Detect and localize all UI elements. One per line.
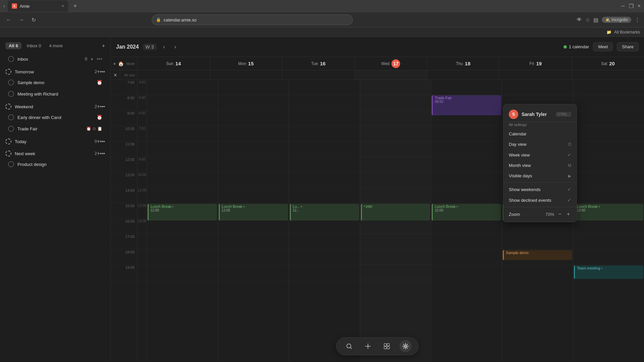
browser-back-btn[interactable]: ‹ xyxy=(3,3,5,9)
cal-day-sat20[interactable]: Sat 20 xyxy=(572,57,644,70)
lunch-break-sat[interactable]: Lunch Break • 12:00 xyxy=(574,204,643,221)
cal-month-year: Jan 2024 xyxy=(116,44,139,50)
cal-day-wed17[interactable]: Wed 17 xyxy=(355,57,427,70)
forward-btn[interactable]: → xyxy=(17,15,26,24)
lunch-break-mon[interactable]: Lunch Break • 12:00 xyxy=(219,204,288,221)
cal-day-sun14[interactable]: Sun 14 xyxy=(138,57,210,70)
cal-prev-btn[interactable]: ‹ xyxy=(161,43,168,51)
lunch-thu-dot: • xyxy=(457,205,458,208)
context-menu-show-declined[interactable]: Show declined events ✓ xyxy=(503,195,577,205)
more-tab-btn[interactable]: 4 more xyxy=(47,42,65,49)
next-week-count: 2 xyxy=(95,151,97,156)
lunch-break-sun[interactable]: Lunch Break • 12:00 xyxy=(148,204,217,221)
weekend-add-btn[interactable]: + xyxy=(97,104,100,110)
minimize-btn[interactable]: ─ xyxy=(621,3,625,9)
next-week-more-btn[interactable]: ••• xyxy=(100,151,105,156)
back-btn[interactable]: ← xyxy=(4,15,13,24)
lunch-break-sat-time: 12:00 xyxy=(577,208,641,212)
early-dinner-badge: ⏰ xyxy=(97,115,102,120)
time-1700: 17:00 xyxy=(125,235,135,239)
inbox-tab-btn[interactable]: Inbox 0 xyxy=(24,42,44,49)
all-count: 6 xyxy=(16,43,18,48)
context-menu-username: Sarah Tyler xyxy=(522,112,547,117)
wtime-1600 xyxy=(138,265,147,280)
team-meeting-sat[interactable]: Team meeting • xyxy=(574,265,643,279)
wtime-1300: 13:00 xyxy=(138,219,147,234)
plus-header-icon[interactable]: + xyxy=(113,61,116,66)
today-more-btn[interactable]: ••• xyxy=(100,139,105,144)
lunch-break-tue[interactable]: Lu... • 12... xyxy=(290,204,359,221)
time-slot-1300: 13:00 xyxy=(111,172,137,188)
settings-toolbar-btn[interactable] xyxy=(399,340,412,352)
context-menu-show-weekends[interactable]: Show weekends ✓ xyxy=(503,184,577,195)
bookmarks-folder-icon: 📁 xyxy=(606,30,611,35)
cal-day-thu18[interactable]: Thu 18 xyxy=(427,57,499,70)
team-dot: • xyxy=(601,266,602,270)
meet-btn[interactable]: Meet xyxy=(593,42,613,51)
sidebar-add-btn[interactable]: + xyxy=(102,43,105,49)
context-menu-zoom-row: Zoom 70% − + xyxy=(503,208,577,220)
inbox-add-btn[interactable]: + xyxy=(91,56,93,62)
new-tab-btn[interactable]: + xyxy=(73,3,77,10)
view-toolbar-btn[interactable] xyxy=(381,340,393,352)
context-menu-month-view[interactable]: Month view M xyxy=(503,160,577,171)
lunch-break-thu[interactable]: Lunch Break • 12:00 xyxy=(432,204,501,221)
mon-label: Mon xyxy=(238,61,246,66)
sidebar-icon[interactable]: ▤ xyxy=(593,17,598,23)
search-toolbar-btn[interactable] xyxy=(343,340,355,352)
product-design-label: Product design xyxy=(17,162,102,167)
sidebar-item-inbox[interactable]: Inbox 0 + ••• xyxy=(3,54,108,64)
bookmarks-label: All Bookmarks xyxy=(614,30,640,35)
add-toolbar-btn[interactable] xyxy=(362,340,374,352)
cal-day-fri19[interactable]: Fri 19 xyxy=(499,57,572,70)
context-menu-user-row[interactable]: S Sarah Tyler CTRL , xyxy=(503,106,577,122)
sidebar-item-product-design[interactable]: Product design xyxy=(3,159,108,170)
allday-sat xyxy=(572,70,644,79)
zoom-increase-btn[interactable]: + xyxy=(566,211,571,217)
sidebar-item-meeting-richard[interactable]: Meeting with Richard xyxy=(3,88,108,99)
cal-day-mon15[interactable]: Mon 15 xyxy=(210,57,282,70)
show-declined-check-icon: ✓ xyxy=(567,197,571,203)
sidebar-item-trade-fair[interactable]: Trade Fair ⏰ ⊙ 📋 xyxy=(3,123,108,134)
bookmark-icon[interactable]: ☆ xyxy=(585,17,590,23)
sidebar: All 6 Inbox 0 4 more + Inbox 0 + ••• Tom… xyxy=(0,37,111,362)
sidebar-item-sample-demo[interactable]: Sample demo ⏰ xyxy=(3,77,108,88)
context-menu-week-view[interactable]: Week view ✓ xyxy=(503,149,577,160)
maximize-btn[interactable]: ❐ xyxy=(629,3,634,9)
allday-close-btn[interactable]: ✕ xyxy=(111,70,120,79)
wed-event[interactable]: • papi xyxy=(361,204,430,221)
menu-btn[interactable]: ⋮ xyxy=(635,17,640,23)
context-menu-visible-days[interactable]: Visible days ▶ xyxy=(503,171,577,181)
context-menu-day-view[interactable]: Day view D xyxy=(503,139,577,149)
next-week-add-btn[interactable]: + xyxy=(97,150,100,157)
tomorrow-label: Tomorrow xyxy=(15,69,95,74)
sample-demo-fri[interactable]: Sample demo xyxy=(503,250,572,260)
allday-sun xyxy=(138,70,210,79)
browser-tab[interactable]: A Amie × xyxy=(8,0,68,12)
all-tab-btn[interactable]: All 6 xyxy=(5,42,21,49)
tab-close-btn[interactable]: × xyxy=(62,4,64,8)
eye-slash-icon[interactable]: 👁 xyxy=(577,17,582,23)
wed-today-badge: 17 xyxy=(391,59,400,68)
inbox-more-btn[interactable]: ••• xyxy=(97,56,102,62)
week-view-check-icon: ✓ xyxy=(567,152,571,158)
cal-day-tue16[interactable]: Tue 16 xyxy=(282,57,355,70)
tomorrow-add-btn[interactable]: + xyxy=(97,69,100,75)
tomorrow-more-btn[interactable]: ••• xyxy=(100,69,105,74)
zoom-decrease-btn[interactable]: − xyxy=(557,211,562,217)
user-avatar: S xyxy=(509,110,518,119)
weekend-count: 2 xyxy=(95,104,97,109)
cal-next-btn[interactable]: › xyxy=(172,43,179,51)
weekend-more-btn[interactable]: ••• xyxy=(100,104,105,109)
today-add-btn[interactable]: + xyxy=(97,138,100,144)
time-1400: 14:00 xyxy=(125,188,135,192)
reload-btn[interactable]: ↻ xyxy=(30,15,38,24)
close-btn[interactable]: × xyxy=(638,3,641,9)
address-bar[interactable]: 🔒 calendar.amie.so xyxy=(152,14,353,25)
sidebar-item-early-dinner[interactable]: Early dinner with Carol ⏰ xyxy=(3,112,108,123)
svg-line-1 xyxy=(351,348,352,349)
cal-home-area: + 🏠 Work xyxy=(111,57,138,70)
lunch-break-thu-time: 12:00 xyxy=(435,208,499,212)
share-btn[interactable]: Share xyxy=(617,42,639,51)
trade-fair-thu[interactable]: Trade Fair 08:00 xyxy=(432,95,501,115)
